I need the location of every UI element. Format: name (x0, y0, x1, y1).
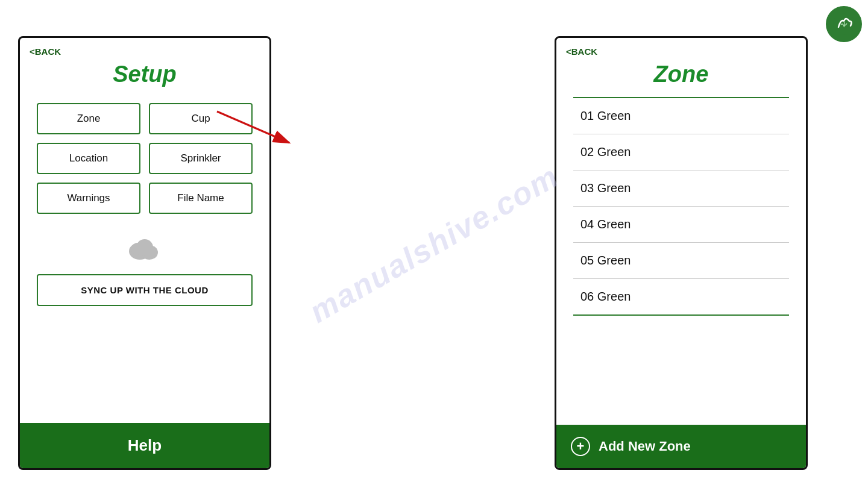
setup-title: Setup (20, 59, 269, 97)
zone-item[interactable]: 04 Green (573, 207, 789, 243)
zone-item[interactable]: 01 Green (573, 97, 789, 134)
zone-item[interactable]: 05 Green (573, 243, 789, 279)
zone-title: Zone (556, 59, 806, 97)
location-button[interactable]: Location (37, 143, 140, 174)
setup-buttons-grid: Zone Cup Location Sprinkler Warnings Fil… (20, 97, 269, 220)
watermark: manualshive.com (303, 158, 565, 330)
add-zone-label: Add New Zone (599, 439, 691, 454)
sync-cloud-button[interactable]: SYNC UP WITH THE CLOUD (37, 274, 253, 306)
zone-item[interactable]: 06 Green (573, 279, 789, 316)
setup-back-button[interactable]: <BACK (20, 38, 269, 59)
add-new-zone-button[interactable]: + Add New Zone (556, 425, 806, 468)
sprinkler-button[interactable]: Sprinkler (149, 143, 253, 174)
zone-back-button[interactable]: <BACK (556, 38, 806, 59)
zone-item[interactable]: 02 Green (573, 134, 789, 170)
plus-icon: + (571, 437, 590, 456)
cloud-icon (125, 234, 164, 261)
file-name-button[interactable]: File Name (149, 183, 253, 214)
cloud-area (20, 220, 269, 267)
svg-point-6 (131, 243, 143, 255)
warnings-button[interactable]: Warnings (37, 183, 140, 214)
app-logo (826, 6, 862, 42)
cup-button[interactable]: Cup (149, 103, 253, 134)
zone-item[interactable]: 03 Green (573, 170, 789, 207)
zone-screen: <BACK Zone 01 Green 02 Green 03 Green 04… (555, 36, 808, 470)
zone-button[interactable]: Zone (37, 103, 140, 134)
zone-list: 01 Green 02 Green 03 Green 04 Green 05 G… (556, 97, 806, 316)
help-button[interactable]: Help (20, 423, 269, 468)
setup-screen: <BACK Setup Zone Cup Location Sprinkler … (18, 36, 271, 470)
